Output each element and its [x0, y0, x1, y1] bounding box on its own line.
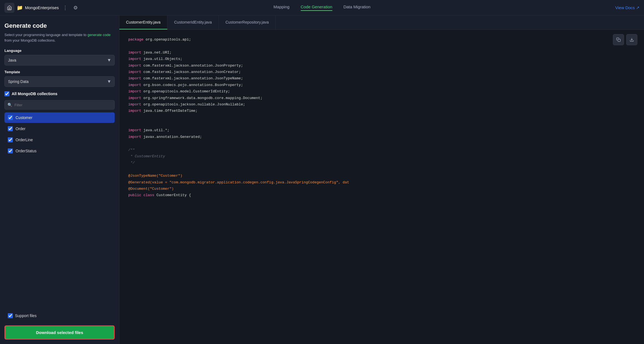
code-tab-customer-repository[interactable]: CustomerRepository.java — [219, 16, 276, 29]
collection-list: Customer Order OrderLine OrderStatus — [4, 112, 115, 309]
collection-item-orderstatus[interactable]: OrderStatus — [4, 146, 115, 156]
download-file-button[interactable] — [626, 34, 637, 45]
nav-left: 📁 MongoEnterprises ⋮ ⚙ — [4, 3, 79, 13]
code-content: package org.openapitools.api; import jav… — [128, 36, 635, 199]
nav-right: View Docs ↗ — [615, 5, 640, 10]
folder-icon: 📁 — [17, 5, 23, 11]
support-files-row: Support files — [4, 310, 115, 321]
code-area: package org.openapitools.api; import jav… — [119, 30, 644, 344]
template-select-wrapper: Spring Data JPA Plain POJO ▼ — [4, 76, 115, 87]
svg-rect-0 — [618, 39, 620, 42]
collection-label-orderstatus: OrderStatus — [16, 149, 36, 153]
settings-button[interactable]: ⚙ — [72, 4, 79, 12]
more-options-button[interactable]: ⋮ — [61, 4, 69, 12]
collection-checkbox-customer[interactable] — [8, 115, 13, 120]
tab-data-migration[interactable]: Data Migration — [343, 4, 371, 11]
all-collections-checkbox[interactable] — [4, 91, 9, 96]
all-collections-row: All MongoDB collections — [4, 91, 115, 96]
collection-label-orderline: OrderLine — [16, 138, 33, 142]
download-section: Download selected files — [4, 321, 115, 340]
view-docs-button[interactable]: View Docs ↗ — [615, 5, 640, 10]
template-label: Template — [4, 70, 115, 74]
collection-label-customer: Customer — [16, 115, 32, 120]
home-button[interactable] — [4, 3, 14, 13]
tab-code-generation[interactable]: Code Generation — [301, 4, 332, 11]
nav-tabs: Mapping Code Generation Data Migration — [273, 4, 370, 11]
code-tabs: CustomerEntity.java CustomerIdEntity.jav… — [119, 16, 644, 30]
collection-item-order[interactable]: Order — [4, 123, 115, 134]
code-panel: CustomerEntity.java CustomerIdEntity.jav… — [119, 16, 644, 344]
language-select-wrapper: Java Python TypeScript ▼ — [4, 55, 115, 65]
all-collections-label: All MongoDB collections — [12, 92, 57, 96]
collection-checkbox-orderline[interactable] — [8, 137, 13, 142]
main-layout: Generate code Select your programming la… — [0, 16, 644, 344]
collection-item-orderline[interactable]: OrderLine — [4, 135, 115, 145]
template-select[interactable]: Spring Data JPA Plain POJO — [4, 76, 115, 87]
tab-mapping[interactable]: Mapping — [273, 4, 290, 11]
filter-input[interactable] — [14, 103, 112, 107]
search-icon: 🔍 — [7, 103, 12, 107]
support-files-checkbox[interactable] — [8, 313, 13, 318]
download-button[interactable]: Download selected files — [4, 325, 115, 340]
generate-code-link[interactable]: generate code — [87, 33, 110, 37]
collection-checkbox-order[interactable] — [8, 126, 13, 131]
code-tab-customer-entity[interactable]: CustomerEntity.java — [119, 16, 167, 29]
top-nav: 📁 MongoEnterprises ⋮ ⚙ Mapping Code Gene… — [0, 0, 644, 16]
collection-label-order: Order — [16, 127, 26, 131]
support-files-label: Support files — [15, 313, 37, 318]
sidebar-title: Generate code — [4, 22, 115, 29]
code-actions — [613, 34, 637, 45]
sidebar: Generate code Select your programming la… — [0, 16, 119, 344]
search-box: 🔍 — [4, 100, 115, 110]
collection-item-customer[interactable]: Customer — [4, 112, 115, 123]
collection-checkbox-orderstatus[interactable] — [8, 148, 13, 153]
language-select[interactable]: Java Python TypeScript — [4, 55, 115, 65]
code-tab-customerid-entity[interactable]: CustomerIdEntity.java — [167, 16, 219, 29]
copy-button[interactable] — [613, 34, 624, 45]
sidebar-description: Select your programming language and tem… — [4, 32, 115, 43]
project-name: MongoEnterprises — [25, 5, 59, 10]
language-label: Language — [4, 49, 115, 53]
